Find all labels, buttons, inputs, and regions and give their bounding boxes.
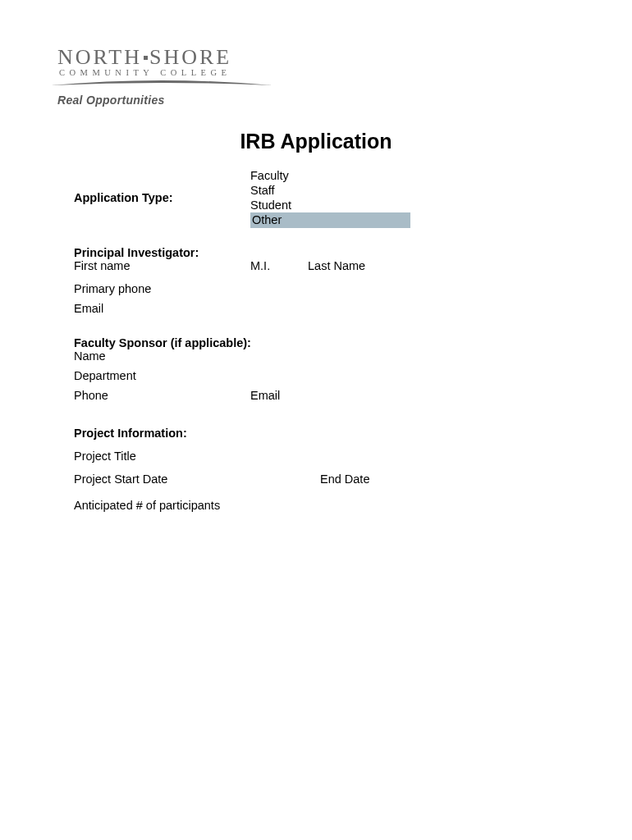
pi-heading: Principal Investigator: xyxy=(74,246,575,259)
pi-mi-label[interactable]: M.I. xyxy=(250,259,308,272)
project-end-date-label[interactable]: End Date xyxy=(320,472,369,486)
sponsor-contact-row: Phone Email xyxy=(74,389,575,402)
option-other-selected[interactable]: Other xyxy=(250,212,410,227)
logo-main: NORTHSHORE xyxy=(57,45,575,70)
application-type-label: Application Type: xyxy=(74,191,250,204)
form-content: Application Type: Faculty Staff Student … xyxy=(74,168,575,512)
option-other-highlight: Other xyxy=(250,212,410,227)
application-type-row: Application Type: Faculty Staff Student … xyxy=(74,168,575,228)
pi-primary-phone-label[interactable]: Primary phone xyxy=(74,282,575,295)
project-dates-row: Project Start Date End Date xyxy=(74,472,575,486)
option-staff[interactable]: Staff xyxy=(250,183,410,198)
logo-text-north: NORTH xyxy=(57,45,142,69)
logo-block: NORTHSHORE COMMUNITY COLLEGE Real Opport… xyxy=(57,45,575,107)
sponsor-heading: Faculty Sponsor (if applicable): xyxy=(74,336,575,349)
page-title: IRB Application xyxy=(57,130,575,153)
sponsor-phone-label[interactable]: Phone xyxy=(74,389,250,402)
logo-subtitle: COMMUNITY COLLEGE xyxy=(59,68,575,77)
application-type-options: Faculty Staff Student Other xyxy=(250,168,410,228)
sponsor-email-label[interactable]: Email xyxy=(250,389,280,402)
pi-email-label[interactable]: Email xyxy=(74,302,575,315)
logo-dot-icon xyxy=(144,56,148,60)
option-student[interactable]: Student xyxy=(250,198,410,212)
project-title-label[interactable]: Project Title xyxy=(74,450,575,463)
project-start-date-label[interactable]: Project Start Date xyxy=(74,472,320,486)
pi-last-name-label[interactable]: Last Name xyxy=(308,259,365,272)
logo-text-shore: SHORE xyxy=(149,45,231,69)
option-faculty[interactable]: Faculty xyxy=(250,168,410,183)
project-heading: Project Information: xyxy=(74,427,575,440)
sponsor-name-label[interactable]: Name xyxy=(74,349,575,363)
pi-name-row: First name M.I. Last Name xyxy=(74,259,575,272)
pi-first-name-label[interactable]: First name xyxy=(74,259,250,272)
logo-tagline: Real Opportunities xyxy=(57,94,575,107)
sponsor-department-label[interactable]: Department xyxy=(74,369,575,382)
project-participants-label[interactable]: Anticipated # of participants xyxy=(74,499,575,512)
swoosh-icon xyxy=(51,79,272,89)
